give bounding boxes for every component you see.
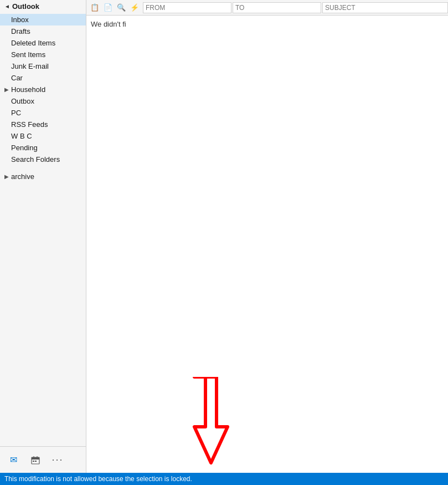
email-toolbar: 📋 📄 🔍 ⚡ (86, 0, 448, 16)
sidebar-item-drafts[interactable]: Drafts (0, 25, 86, 37)
archive-arrow-icon: ▶ (4, 173, 9, 180)
sidebar-item-pc[interactable]: PC (0, 107, 86, 119)
sidebar-item-rss-feeds[interactable]: RSS Feeds (0, 119, 86, 130)
empty-message: We didn't fi (91, 20, 126, 28)
sidebar-item-archive[interactable]: ▶ archive (0, 171, 86, 182)
sidebar-items-list: Inbox Drafts Deleted Items Sent Items Ju… (0, 13, 86, 446)
arrow-annotation (183, 377, 239, 467)
mail-icon[interactable]: ✉ (4, 451, 22, 469)
svg-rect-1 (32, 457, 39, 460)
from-field[interactable] (143, 2, 231, 13)
collapse-arrow-icon: ◄ (4, 3, 10, 9)
toolbar-icons-group: 📋 📄 🔍 ⚡ (86, 2, 143, 13)
status-message: This modification is not allowed because… (4, 475, 192, 483)
sidebar-item-car[interactable]: Car (0, 72, 86, 84)
sidebar-item-wbc[interactable]: W B C (0, 130, 86, 142)
toolbar-icon-2[interactable]: 📄 (102, 2, 114, 13)
household-arrow-icon: ▶ (4, 86, 9, 93)
toolbar-icon-3[interactable]: 🔍 (115, 2, 127, 13)
email-list-empty: We didn't fi (86, 16, 448, 473)
calendar-icon[interactable] (27, 451, 44, 469)
to-field[interactable] (233, 2, 321, 13)
status-bar: This modification is not allowed because… (0, 473, 448, 485)
toolbar-icon-4[interactable]: ⚡ (128, 2, 141, 13)
more-options-icon[interactable]: ··· (49, 451, 66, 469)
svg-rect-4 (33, 461, 34, 462)
sidebar-item-household[interactable]: ▶ Household (0, 84, 86, 95)
sidebar-item-sent-items[interactable]: Sent Items (0, 49, 86, 60)
outlook-header[interactable]: ◄ Outlook (0, 0, 86, 13)
content-area: 📋 📄 🔍 ⚡ We didn't fi (86, 0, 448, 473)
sidebar-item-outbox[interactable]: Outbox (0, 95, 86, 107)
sidebar-title: Outlook (12, 2, 39, 11)
sidebar: ◄ Outlook Inbox Drafts Deleted Items Sen… (0, 0, 86, 473)
sidebar-item-pending[interactable]: Pending (0, 142, 86, 154)
sidebar-item-junk-email[interactable]: Junk E-mail (0, 60, 86, 72)
sidebar-item-search-folders[interactable]: Search Folders (0, 154, 86, 165)
toolbar-icon-1[interactable]: 📋 (89, 2, 101, 13)
sidebar-item-deleted-items[interactable]: Deleted Items (0, 37, 86, 49)
subject-field[interactable] (322, 2, 448, 13)
sidebar-bottom-nav: ✉ ··· (0, 446, 86, 473)
svg-rect-5 (35, 461, 37, 462)
sidebar-item-inbox[interactable]: Inbox (0, 14, 86, 25)
svg-marker-6 (194, 377, 228, 463)
